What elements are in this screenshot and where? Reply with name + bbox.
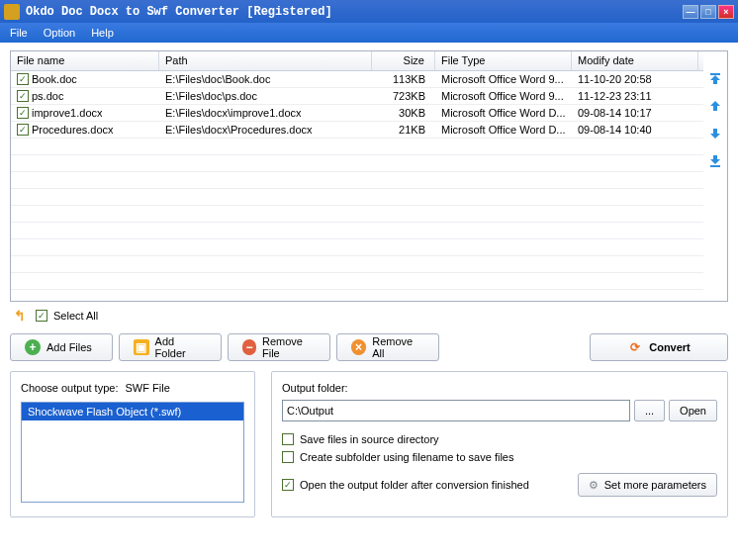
cell-size: 30KB xyxy=(372,106,435,120)
table-row[interactable]: ✓improve1.docxE:\Files\docx\improve1.doc… xyxy=(11,105,703,122)
cell-filename: Book.doc xyxy=(32,73,77,85)
move-bottom-icon[interactable] xyxy=(706,152,724,170)
open-folder-button[interactable]: Open xyxy=(669,400,717,421)
cell-filename: Procedures.docx xyxy=(32,124,114,136)
browse-button[interactable]: ... xyxy=(634,400,665,421)
remove-file-button[interactable]: −Remove File xyxy=(228,333,330,361)
table-row[interactable]: ✓Procedures.docxE:\Files\docx\Procedures… xyxy=(11,122,703,139)
choose-output-type-label: Choose output type: xyxy=(21,382,118,394)
select-all-label: Select All xyxy=(53,310,98,322)
table-row xyxy=(11,189,703,206)
menu-file[interactable]: File xyxy=(6,25,32,41)
output-folder-panel: Output folder: ... Open Save files in so… xyxy=(271,371,728,517)
table-row xyxy=(11,139,703,155)
subfolder-label: Create subfolder using filename to save … xyxy=(300,451,513,463)
add-folder-button[interactable]: ▣Add Folder xyxy=(119,333,222,361)
save-source-label: Save files in source directory xyxy=(300,433,439,445)
select-all-checkbox[interactable]: ✓ xyxy=(36,310,47,322)
output-type-list[interactable]: Shockwave Flash Object (*.swf) xyxy=(21,402,244,503)
cell-date: 11-12-23 23:11 xyxy=(572,89,698,103)
table-row xyxy=(11,256,703,273)
cell-type: Microsoft Office Word D... xyxy=(435,123,572,137)
row-checkbox[interactable]: ✓ xyxy=(17,124,29,136)
move-up-icon[interactable] xyxy=(706,97,724,115)
set-more-parameters-button[interactable]: ⚙ Set more parameters xyxy=(578,473,717,497)
open-after-label: Open the output folder after conversion … xyxy=(300,479,529,491)
table-row xyxy=(11,239,703,256)
output-type-panel: Choose output type: SWF File Shockwave F… xyxy=(10,371,255,517)
output-folder-label: Output folder: xyxy=(282,382,717,394)
header-filename[interactable]: File name xyxy=(11,51,159,70)
convert-icon: ⟳ xyxy=(627,339,643,355)
convert-button[interactable]: ⟳Convert xyxy=(590,333,728,361)
cell-path: E:\Files\docx\Procedures.docx xyxy=(159,123,372,137)
close-button[interactable]: × xyxy=(718,5,734,19)
move-down-icon[interactable] xyxy=(706,125,724,142)
cell-filename: improve1.docx xyxy=(32,107,103,119)
cell-size: 21KB xyxy=(372,123,435,137)
menu-option[interactable]: Option xyxy=(40,25,79,41)
gear-icon: ⚙ xyxy=(589,479,599,492)
table-row xyxy=(11,206,703,223)
cell-date: 11-10-20 20:58 xyxy=(572,72,698,86)
file-list: File name Path Size File Type Modify dat… xyxy=(10,50,728,302)
output-type-option[interactable]: Shockwave Flash Object (*.swf) xyxy=(22,403,243,420)
move-top-icon[interactable] xyxy=(706,69,724,87)
menubar: File Option Help xyxy=(0,23,738,43)
table-row xyxy=(11,223,703,239)
cell-size: 113KB xyxy=(372,72,435,86)
cell-path: E:\Files\doc\Book.doc xyxy=(159,72,372,86)
titlebar: Okdo Doc Docx to Swf Converter [Register… xyxy=(0,0,738,23)
table-row[interactable]: ✓Book.docE:\Files\doc\Book.doc113KBMicro… xyxy=(11,71,703,88)
cell-path: E:\Files\docx\improve1.docx xyxy=(159,106,372,120)
cell-size: 723KB xyxy=(372,89,435,103)
output-type-value: SWF File xyxy=(126,382,170,394)
remove-all-button[interactable]: ×Remove All xyxy=(336,333,439,361)
menu-help[interactable]: Help xyxy=(87,25,118,41)
open-after-checkbox[interactable]: ✓ xyxy=(282,479,294,491)
save-source-checkbox[interactable] xyxy=(282,433,294,445)
cell-path: E:\Files\doc\ps.doc xyxy=(159,89,372,103)
cell-type: Microsoft Office Word D... xyxy=(435,106,572,120)
row-checkbox[interactable]: ✓ xyxy=(17,107,29,119)
plus-icon: + xyxy=(25,339,41,355)
output-folder-input[interactable] xyxy=(282,400,630,421)
maximize-button[interactable]: □ xyxy=(700,5,716,19)
table-row xyxy=(11,172,703,189)
header-modifydate[interactable]: Modify date xyxy=(572,51,698,70)
table-row xyxy=(11,155,703,172)
app-icon xyxy=(4,4,20,20)
up-folder-icon[interactable]: ↰ xyxy=(14,308,26,324)
window-title: Okdo Doc Docx to Swf Converter [Register… xyxy=(26,5,681,19)
table-row xyxy=(11,273,703,290)
cell-date: 09-08-14 10:40 xyxy=(572,123,698,137)
minus-icon: − xyxy=(242,339,256,355)
folder-icon: ▣ xyxy=(134,339,149,355)
header-path[interactable]: Path xyxy=(159,51,372,70)
minimize-button[interactable]: — xyxy=(683,5,698,19)
clear-icon: × xyxy=(351,339,366,355)
header-filetype[interactable]: File Type xyxy=(435,51,572,70)
cell-date: 09-08-14 10:17 xyxy=(572,106,698,120)
cell-type: Microsoft Office Word 9... xyxy=(435,89,572,103)
table-header: File name Path Size File Type Modify dat… xyxy=(11,51,703,71)
cell-filename: ps.doc xyxy=(32,90,63,102)
row-checkbox[interactable]: ✓ xyxy=(17,90,29,102)
table-row[interactable]: ✓ps.docE:\Files\doc\ps.doc723KBMicrosoft… xyxy=(11,88,703,105)
table-row xyxy=(11,290,703,301)
row-checkbox[interactable]: ✓ xyxy=(17,73,29,85)
subfolder-checkbox[interactable] xyxy=(282,451,294,463)
reorder-buttons xyxy=(703,51,727,301)
cell-type: Microsoft Office Word 9... xyxy=(435,72,572,86)
add-files-button[interactable]: +Add Files xyxy=(10,333,113,361)
header-size[interactable]: Size xyxy=(372,51,435,70)
